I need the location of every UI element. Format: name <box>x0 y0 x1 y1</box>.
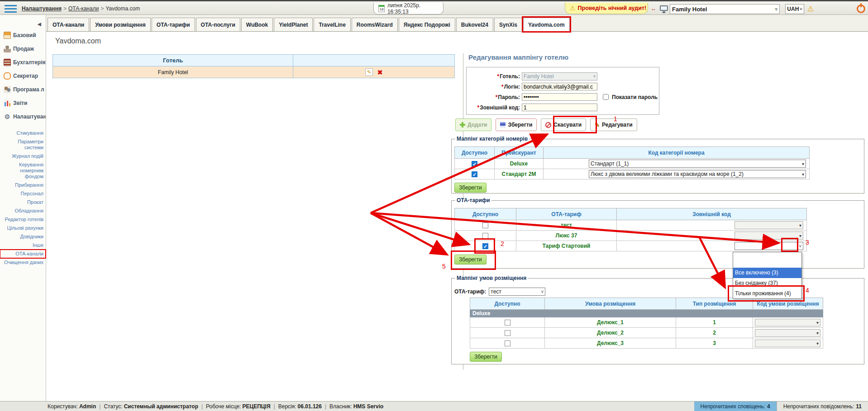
sidebar-item-hotel-editor[interactable]: Редактор готелів <box>0 215 46 224</box>
external-code-select[interactable]: ▾ <box>734 231 803 240</box>
cancel-button-label: Скасувати <box>553 122 582 128</box>
sidebar-item-data-cleanup[interactable]: Очищення даних <box>0 258 46 267</box>
chevron-down-icon: ▾ <box>802 172 804 177</box>
dropdown-option-room-only[interactable]: Тільки проживання (4) <box>733 288 801 299</box>
unread-messages-badge[interactable]: Непрочитаних повідомлень:11 <box>777 402 868 411</box>
tab-yandex-travel[interactable]: Яндекс Подорожі <box>399 18 455 31</box>
dropdown-option-all-inclusive[interactable]: Все включено (3) <box>733 268 801 278</box>
available-checkbox[interactable] <box>482 222 488 228</box>
sidebar-item-room-fund[interactable]: Керування номерним фондом <box>0 161 46 181</box>
ota-tariff-filter-select[interactable]: тест˅ <box>489 288 545 296</box>
unread-notifications-badge[interactable]: Непрочитаних сповіщень:4 <box>694 402 777 411</box>
breadcrumb-settings[interactable]: Налаштування <box>22 5 62 12</box>
placement-mapping-section: Маппінг умов розміщення ОТА-тариф: тест˅… <box>451 275 864 364</box>
hamburger-menu-icon[interactable] <box>5 5 17 13</box>
sidebar-module-basic[interactable]: Базовий <box>0 28 46 42</box>
placement-code-select[interactable]: ▾ <box>755 329 820 337</box>
tab-synxis[interactable]: SynXis <box>494 18 522 31</box>
available-checkbox[interactable] <box>505 330 510 336</box>
night-audit-warning[interactable]: ⚠ Проведіть нічний аудит! <box>565 3 648 14</box>
sidebar-item-housekeeping[interactable]: Прибирання <box>0 181 46 189</box>
available-checkbox[interactable] <box>505 320 510 326</box>
available-checkbox[interactable] <box>472 161 477 167</box>
sidebar-item-system-params[interactable]: Параметри системи <box>0 137 46 152</box>
save-button[interactable]: Зберегти <box>496 118 537 131</box>
room-code-select[interactable]: Стандарт (1_1)▾ <box>589 160 806 168</box>
delete-icon[interactable] <box>377 69 383 76</box>
person-icon <box>4 45 11 52</box>
tab-ota-channels[interactable]: ОТА-канали <box>48 18 89 31</box>
sidebar-collapse-icon[interactable]: ◀ <box>38 21 41 27</box>
placement-type-value: 1 <box>676 317 753 328</box>
save-room-mapping-button[interactable]: Зберегти <box>454 183 486 193</box>
add-button[interactable]: Додати <box>455 118 491 131</box>
tab-ota-tariffs[interactable]: ОТА-тарифи <box>152 18 195 31</box>
sidebar-module-settings[interactable]: Налаштуван <box>0 110 46 123</box>
sidebar-item-staff[interactable]: Персонал <box>0 189 46 198</box>
show-password-toggle[interactable]: Показати пароль <box>601 93 658 101</box>
power-logout-icon[interactable] <box>857 5 865 13</box>
plus-icon <box>460 122 465 128</box>
login-field[interactable] <box>522 83 597 90</box>
placement-type-value: 2 <box>676 328 753 338</box>
module-label: Програма л <box>13 86 44 93</box>
hotel-list-table: Готель Family Hotel <box>52 54 455 78</box>
placement-mapping-legend: Маппінг умов розміщення <box>455 275 528 281</box>
tab-roomswizard[interactable]: RoomsWizard <box>352 18 398 31</box>
sidebar-module-loyalty[interactable]: Програма л <box>0 83 46 96</box>
ledger-icon <box>4 59 11 66</box>
sidebar-module-accounting[interactable]: Бухгалтерія <box>0 56 46 69</box>
date-time-display[interactable]: 18 липня 2025р. 16:35:13 <box>373 3 444 14</box>
tab-yavdoma[interactable]: Yavdoma.com <box>523 18 570 31</box>
room-code-select[interactable]: Люкс з двома великими ліжками та краєвид… <box>589 170 806 178</box>
monitor-icon[interactable] <box>660 5 668 11</box>
tab-travelline[interactable]: TravelLine <box>314 18 350 31</box>
breadcrumb-ota-channels[interactable]: ОТА-канали <box>68 5 99 12</box>
external-code-select-open[interactable]: ˅ <box>734 242 803 250</box>
table-row: Люкс 37 ▾ <box>455 231 807 241</box>
tab-placement-terms[interactable]: Умови розміщення <box>90 18 151 31</box>
external-code-select[interactable]: ▾ <box>734 221 803 229</box>
available-checkbox[interactable] <box>482 233 488 239</box>
placement-table: Доступно Умова розміщення Тип розміщення… <box>470 298 823 349</box>
save-ota-tariffs-button[interactable]: Зберегти <box>454 255 486 265</box>
dropdown-option-no-breakfast[interactable]: Без сніданку (37) <box>733 278 801 288</box>
cancel-button[interactable]: Скасувати <box>541 118 586 131</box>
hotel-field-select[interactable]: Family Hotel ▾ <box>522 72 597 80</box>
sidebar-module-sales[interactable]: Продаж <box>0 42 46 56</box>
sidebar-item-rental[interactable]: Прокат <box>0 198 46 207</box>
placement-code-select[interactable]: ▾ <box>755 340 820 347</box>
tab-bukovel24[interactable]: Bukovel24 <box>456 18 493 31</box>
tab-yieldplanet[interactable]: YieldPlanet <box>274 18 313 31</box>
tab-wubook[interactable]: WuBook <box>241 18 273 31</box>
module-label: Бухгалтерія <box>13 59 45 66</box>
placement-code-select[interactable]: ▾ <box>755 319 820 326</box>
edit-icon[interactable] <box>365 68 373 76</box>
currency-selector[interactable]: UAH ˅ <box>785 4 804 14</box>
external-code-dropdown-list: Все включено (3) Без сніданку (37) Тільк… <box>733 252 802 299</box>
dropdown-option-blank[interactable] <box>733 252 801 268</box>
password-field[interactable] <box>522 93 597 101</box>
save-placement-mapping-button[interactable]: Зберегти <box>470 352 502 362</box>
available-checkbox[interactable] <box>505 340 510 346</box>
sidebar-item-equipment[interactable]: Обладнання <box>0 207 46 215</box>
sidebar-module-secretary[interactable]: Секретар <box>0 69 46 83</box>
sidebar-item-other[interactable]: Інше <box>0 241 46 250</box>
show-password-checkbox[interactable] <box>603 94 609 100</box>
sidebar-module-reports[interactable]: Звіти <box>0 96 46 110</box>
sidebar-item-target-accounts[interactable]: Цільові рахунки <box>0 224 46 232</box>
hotel-selector[interactable]: Family Hotel ▾ <box>670 4 780 14</box>
sidebar-item-event-log[interactable]: Журнал подій <box>0 152 46 161</box>
external-code-field[interactable] <box>522 104 597 111</box>
warning-triangle-icon[interactable]: ⚠ <box>807 5 814 13</box>
tab-ota-services[interactable]: ОТА-послуги <box>196 18 240 31</box>
table-row: Делюкс_1 1 ▾ <box>470 317 823 328</box>
sync-arrows-icon[interactable]: ↔ <box>651 5 656 12</box>
sidebar-item-docking[interactable]: Стикування <box>0 129 46 137</box>
available-checkbox[interactable] <box>482 243 488 249</box>
sidebar-item-ota-channels[interactable]: ОТА-канали <box>0 250 46 258</box>
sidebar-item-directories[interactable]: Довідники <box>0 232 46 241</box>
available-checkbox[interactable] <box>472 171 477 177</box>
hotel-name-cell: Family Hotel <box>53 66 293 78</box>
tariff-name: Люкс 37 <box>516 231 617 241</box>
